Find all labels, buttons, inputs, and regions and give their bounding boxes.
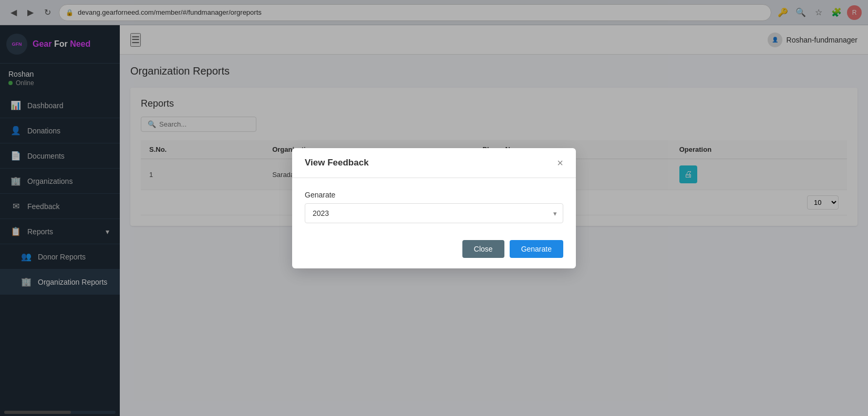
- modal-field-label: Genarate: [305, 191, 563, 199]
- modal-footer: Close Genarate: [292, 232, 576, 268]
- year-select[interactable]: 2021 2022 2023 2024: [305, 203, 563, 223]
- modal-overlay: View Feedback × Genarate 2021 2022 2023 …: [0, 0, 868, 416]
- modal-header: View Feedback ×: [292, 148, 576, 178]
- modal: View Feedback × Genarate 2021 2022 2023 …: [292, 148, 576, 268]
- modal-title: View Feedback: [305, 158, 369, 168]
- modal-select-wrapper: 2021 2022 2023 2024 ▾: [305, 203, 563, 223]
- modal-body: Genarate 2021 2022 2023 2024 ▾: [292, 178, 576, 232]
- modal-close-btn[interactable]: Close: [462, 240, 504, 258]
- modal-close-button[interactable]: ×: [557, 158, 563, 168]
- modal-generate-btn[interactable]: Genarate: [510, 240, 563, 258]
